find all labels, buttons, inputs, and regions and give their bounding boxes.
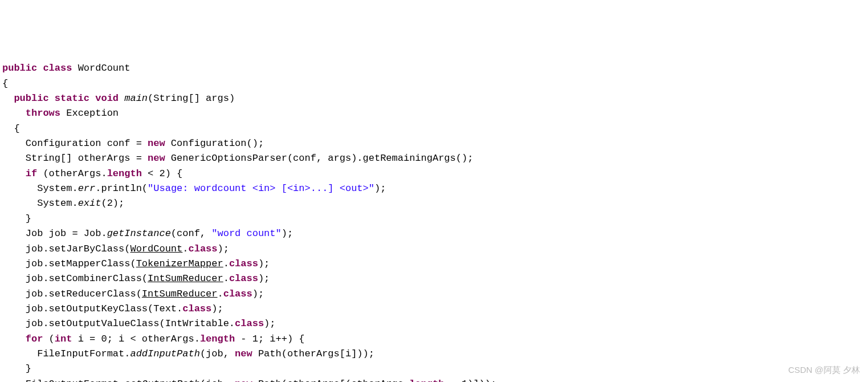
combiner-pre: job.setCombinerClass( <box>26 273 148 284</box>
ps-2: ); <box>258 258 270 269</box>
exit-arg: (2); <box>101 198 124 209</box>
job-pre: Job job = Job. <box>26 228 107 239</box>
class-kw-5: class <box>182 303 211 314</box>
intsum-link-1: IntSumReducer <box>148 273 223 284</box>
sysexit-pre: System. <box>37 198 78 209</box>
code-block: public class WordCount { public static v… <box>2 61 866 382</box>
class-kw-6: class <box>235 318 264 329</box>
for-post: - 1; i++) { <box>235 334 304 344</box>
class-kw-3: class <box>229 273 258 284</box>
ps-5: ); <box>211 303 223 314</box>
fof-mid: (job, <box>200 379 235 382</box>
otherargs-pre: String[] otherArgs = <box>26 153 148 164</box>
dot-2: . <box>223 258 229 269</box>
close-brace-1: } <box>26 213 31 224</box>
job-str: "word count" <box>211 228 281 239</box>
fof-end: - 1)])); <box>444 379 496 382</box>
reducer-pre: job.setReducerClass( <box>26 288 142 299</box>
fof-post: Path(otherArgs[(otherArgs. <box>252 379 409 382</box>
kw-length-3: length <box>409 379 444 382</box>
conf-post: Configuration(); <box>165 138 264 149</box>
kw-throws: throws <box>26 108 60 119</box>
println-open: .println( <box>95 183 148 194</box>
println-close: ); <box>374 183 386 194</box>
kw-new-4: new <box>235 379 252 382</box>
usage-str: "Usage: wordcount <in> [<in>...] <out>" <box>148 183 374 194</box>
ps-3: ); <box>258 273 270 284</box>
wordcount-link: WordCount <box>130 243 182 254</box>
ps-4: ); <box>252 288 264 299</box>
throws-type: Exception <box>66 108 119 119</box>
addinputpath-ident: addInputPath <box>130 348 199 359</box>
if-pre: (otherArgs. <box>37 168 107 179</box>
fof-pre: FileOutputFormat. <box>26 379 124 382</box>
kw-new-1: new <box>148 138 165 149</box>
class-name: WordCount <box>78 63 131 74</box>
class-kw-1: class <box>188 243 217 254</box>
class-kw-2: class <box>229 258 258 269</box>
job-post: ); <box>282 228 293 239</box>
dot-1: . <box>182 243 188 254</box>
intsum-link-2: IntSumReducer <box>142 288 218 299</box>
kw-for: for <box>26 334 43 344</box>
ps-6: ); <box>264 318 275 329</box>
otherargs-post: GenericOptionsParser(conf, args).getRema… <box>165 153 474 164</box>
syserr-pre: System. <box>37 183 78 194</box>
outkey-pre: job.setOutputKeyClass(Text. <box>26 303 182 314</box>
for-init: i = 0; i < otherArgs. <box>72 334 199 344</box>
dot-3: . <box>223 273 229 284</box>
for-open: ( <box>43 334 54 344</box>
tokenizer-link: TokenizerMapper <box>136 258 223 269</box>
if-post: < 2) { <box>142 168 182 179</box>
kw-length-2: length <box>200 334 235 344</box>
class-kw-4: class <box>223 288 252 299</box>
kw-int: int <box>55 334 72 344</box>
close-brace-2: } <box>26 363 31 374</box>
kw-length-1: length <box>107 168 142 179</box>
mapper-pre: job.setMapperClass( <box>26 258 136 269</box>
jar-pre: job.setJarByClass( <box>26 243 131 254</box>
method-main: main <box>124 93 148 104</box>
getinstance-ident: getInstance <box>107 228 171 239</box>
method-params: (String[] args) <box>148 93 235 104</box>
dot-4: . <box>217 288 223 299</box>
fip-mid: (job, <box>200 348 235 359</box>
kw-new-2: new <box>148 153 165 164</box>
kw-method: public static void <box>14 93 119 104</box>
kw-new-3: new <box>235 348 252 359</box>
fip-pre: FileInputFormat. <box>37 348 130 359</box>
fip-post: Path(otherArgs[i])); <box>252 348 374 359</box>
outval-pre: job.setOutputValueClass(IntWritable. <box>26 318 235 329</box>
ps-1: ); <box>218 243 229 254</box>
job-mid: (conf, <box>171 228 211 239</box>
exit-ident-1: exit <box>78 198 101 209</box>
kw-public-class: public class <box>2 63 72 74</box>
conf-pre: Configuration conf = <box>26 138 148 149</box>
err-ident: err <box>78 183 96 194</box>
setoutputpath-ident: setOutputPath <box>124 379 200 382</box>
kw-if: if <box>26 168 37 179</box>
